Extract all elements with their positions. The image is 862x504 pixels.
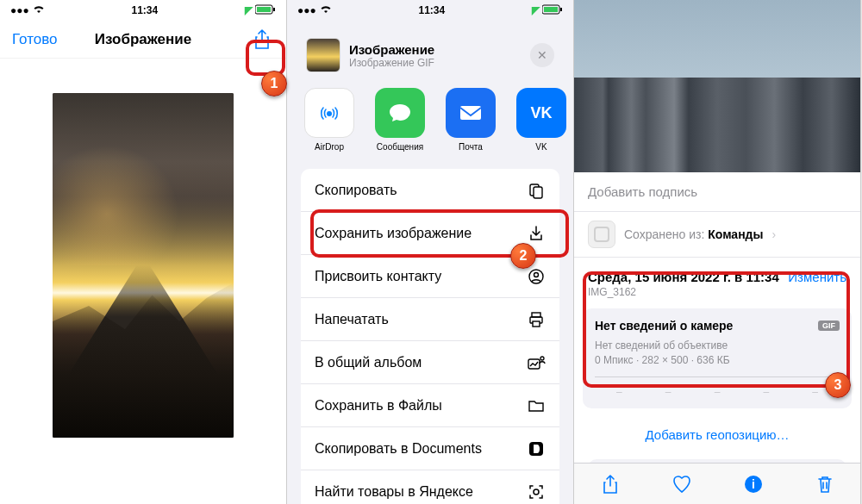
action-label: Найти товары в Яндексе xyxy=(315,484,473,500)
action-label: Сохранить изображение xyxy=(315,226,472,241)
svg-rect-14 xyxy=(533,321,540,327)
app-label: AirDrop xyxy=(315,142,344,152)
saved-from-text: Сохранено из: Команды xyxy=(624,227,763,241)
svg-point-6 xyxy=(327,111,332,116)
action-label: Скопировать xyxy=(315,183,397,198)
share-app-messages[interactable]: Сообщения xyxy=(365,88,435,152)
signal-icon: ●●● xyxy=(10,4,29,16)
image-viewport[interactable] xyxy=(0,59,286,472)
status-bar: ●●● 11:34 ◤ xyxy=(0,0,286,21)
svg-rect-7 xyxy=(460,106,481,120)
share-apps-row[interactable]: AirDrop Сообщения Почта VKVK Te xyxy=(294,81,566,162)
contact-icon xyxy=(527,267,546,286)
date-row: Среда, 15 июня 2022 г. в 11:34 IMG_3162 … xyxy=(574,258,860,302)
lens-info: Нет сведений об объективе xyxy=(595,339,840,352)
action-label: Присвоить контакту xyxy=(315,269,441,284)
share-app-vk[interactable]: VKVK xyxy=(506,88,566,152)
action-label: Скопировать в Documents xyxy=(315,441,482,457)
share-app-airdrop[interactable]: AirDrop xyxy=(294,88,365,152)
svg-rect-9 xyxy=(534,187,542,198)
add-geo-button[interactable]: Добавить геопозицию… xyxy=(574,415,860,454)
sheet-title: Изображение xyxy=(349,42,522,57)
svg-text:i: i xyxy=(752,477,755,491)
screen-image-preview: ●●● 11:34 ◤ Готово Изображение xyxy=(0,0,287,504)
shortcuts-app-icon xyxy=(588,221,615,248)
sheet-thumbnail xyxy=(306,38,340,72)
callout-badge-3: 3 xyxy=(825,372,851,398)
status-time: 11:34 xyxy=(132,4,159,16)
nav-title: Изображение xyxy=(95,31,191,48)
photo-preview[interactable] xyxy=(574,0,860,172)
sheet-header: Изображение Изображение GIF ✕ xyxy=(294,26,566,81)
saved-from-row[interactable]: Сохранено из: Команды › xyxy=(574,211,860,258)
svg-rect-12 xyxy=(532,313,540,317)
svg-rect-4 xyxy=(544,7,558,12)
info-icon[interactable]: i xyxy=(742,473,765,495)
action-yandex-search[interactable]: Найти товары в Яндексе xyxy=(301,470,559,504)
svg-point-11 xyxy=(534,272,539,277)
location-icon: ◤ xyxy=(532,4,540,16)
wifi-icon xyxy=(33,4,45,16)
edit-button[interactable]: Изменить xyxy=(788,270,846,284)
action-label: Сохранить в Файлы xyxy=(315,398,442,414)
svg-rect-2 xyxy=(273,8,275,11)
action-copy-documents[interactable]: Скопировать в Documents xyxy=(301,427,559,470)
camera-info-box: Нет сведений о камере GIF Нет сведений о… xyxy=(583,308,852,408)
share-icon[interactable] xyxy=(599,473,622,495)
folder-icon xyxy=(527,396,546,415)
screen-photo-info: Добавить подпись Сохранено из: Команды ›… xyxy=(574,0,861,504)
action-label: В общий альбом xyxy=(315,355,422,370)
close-button[interactable]: ✕ xyxy=(530,43,554,67)
photo-specs: 0 Мпикс · 282 × 500 · 636 КБ xyxy=(595,354,840,366)
status-time: 11:34 xyxy=(419,4,446,16)
chevron-right-icon: › xyxy=(771,227,776,241)
svg-point-18 xyxy=(534,489,539,495)
action-copy[interactable]: Скопировать xyxy=(301,169,559,212)
app-label: Сообщения xyxy=(377,142,423,152)
caption-input[interactable]: Добавить подпись xyxy=(574,172,860,211)
app-label: Почта xyxy=(459,142,483,152)
action-print[interactable]: Напечатать xyxy=(301,298,559,341)
exif-dash-row: ––––– xyxy=(595,376,840,398)
share-button[interactable] xyxy=(250,28,274,52)
sheet-subtitle: Изображение GIF xyxy=(349,57,522,69)
callout-badge-2: 2 xyxy=(510,243,536,269)
gif-badge: GIF xyxy=(818,320,840,331)
svg-point-16 xyxy=(540,357,544,360)
battery-icon xyxy=(255,4,276,17)
callout-badge-1: 1 xyxy=(261,71,287,96)
shared-album-icon xyxy=(527,353,546,372)
share-app-mail[interactable]: Почта xyxy=(435,88,506,152)
nav-bar: Готово Изображение xyxy=(0,21,286,59)
wifi-icon xyxy=(320,4,332,16)
action-shared-album[interactable]: В общий альбом xyxy=(301,341,559,384)
camera-info-title: Нет сведений о камере xyxy=(595,319,733,333)
bottom-toolbar: i xyxy=(574,463,860,504)
done-button[interactable]: Готово xyxy=(12,31,58,48)
documents-app-icon xyxy=(527,439,546,458)
scan-icon xyxy=(527,482,546,501)
action-save-files[interactable]: Сохранить в Файлы xyxy=(301,384,559,427)
print-icon xyxy=(527,310,546,329)
preview-image xyxy=(53,93,234,438)
svg-rect-1 xyxy=(257,7,271,12)
battery-icon xyxy=(542,4,563,17)
trash-icon[interactable] xyxy=(814,473,836,495)
favorite-icon[interactable] xyxy=(671,473,693,495)
svg-rect-5 xyxy=(560,8,562,11)
photo-filename: IMG_3162 xyxy=(588,286,779,298)
status-bar: ●●● 11:34 ◤ xyxy=(287,0,573,21)
signal-icon: ●●● xyxy=(297,4,316,16)
copy-icon xyxy=(527,181,546,200)
action-list: Скопировать Сохранить изображение Присво… xyxy=(301,169,559,504)
photo-date: Среда, 15 июня 2022 г. в 11:34 xyxy=(588,270,779,284)
action-label: Напечатать xyxy=(315,312,389,327)
app-label: VK xyxy=(535,142,547,152)
save-image-icon xyxy=(527,224,546,243)
location-icon: ◤ xyxy=(245,4,253,16)
